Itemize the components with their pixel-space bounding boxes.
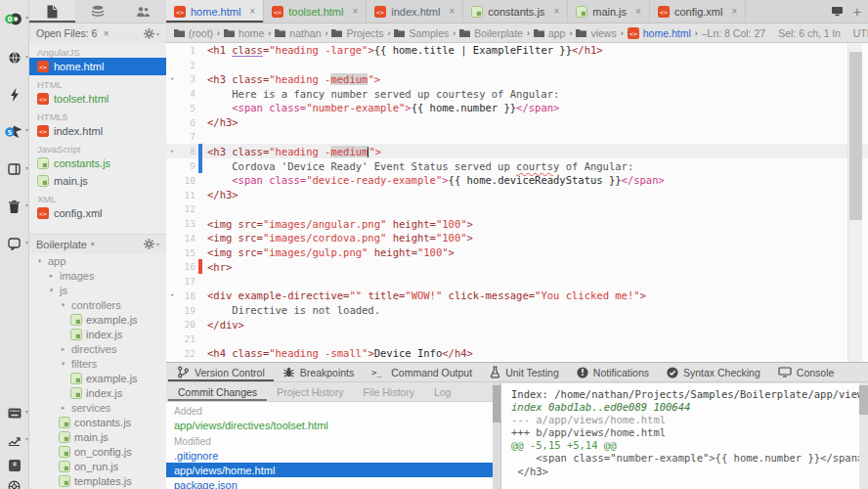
close-icon[interactable]: × <box>249 6 255 17</box>
line-number[interactable]: 7 <box>178 131 195 142</box>
open-file-item[interactable]: <>toolset.html <box>29 90 166 108</box>
tree-item-on_run.js[interactable]: on_run.js <box>29 459 166 473</box>
rail-trash-button[interactable]: ▾ <box>0 194 28 219</box>
open-file-item[interactable]: main.js <box>29 172 166 190</box>
open-file-item[interactable]: <>home.html <box>29 58 166 75</box>
diff-scrollbar[interactable] <box>859 383 868 489</box>
commit-file-row[interactable]: package.json <box>166 477 500 489</box>
rail-keyboard-button[interactable]: ▾ <box>0 400 28 425</box>
code-editor[interactable]: 1<h1 class="heading -large">{{ home.titl… <box>166 43 868 362</box>
open-file-item[interactable]: constants.js <box>29 155 166 172</box>
sidebar-tab-database[interactable] <box>75 0 121 22</box>
line-number[interactable]: 2 <box>178 60 195 70</box>
panel-tab-version-control[interactable]: Version Control <box>168 363 274 381</box>
tree-item-main.js[interactable]: main.js <box>29 429 166 444</box>
panel-tab-notifications[interactable]: !Notifications <box>568 363 658 381</box>
code-line-18[interactable]: ▾18<div example-directive="" title="WOW!… <box>166 289 868 303</box>
code-line-17[interactable]: 17 <box>166 274 868 289</box>
line-number[interactable]: 20 <box>178 319 195 330</box>
code-line-10[interactable]: 10 <span class="device-ready-example">{{… <box>166 173 868 188</box>
tree-item-index.js[interactable]: index.js <box>29 327 166 341</box>
code-line-2[interactable]: 2 <box>166 58 868 72</box>
close-icon[interactable]: × <box>553 6 559 17</box>
line-number[interactable]: 21 <box>178 333 195 344</box>
panel-tab-unit-testing[interactable]: Unit Testing <box>481 363 568 381</box>
open-files-gear-button[interactable]: ▾ <box>144 28 159 39</box>
commit-file-row[interactable]: app/views/directives/toolset.html <box>166 418 500 432</box>
breadcrumb-folder[interactable]: Boilerplate <box>459 27 523 39</box>
code-line-9[interactable]: 9 Cordova 'Device Ready' Event Status se… <box>166 158 868 173</box>
line-number[interactable]: 5 <box>178 103 195 113</box>
tree-item-example.js[interactable]: example.js <box>29 371 166 385</box>
close-icon[interactable]: × <box>103 27 108 39</box>
tab-toolset.html[interactable]: <>toolset.html× <box>264 0 367 22</box>
code-line-3[interactable]: ▾3<h3 class="heading -medium"> <box>166 72 868 87</box>
preview-toggle-icon[interactable] <box>831 3 844 21</box>
line-number[interactable]: 22 <box>178 348 195 359</box>
breadcrumb-folder[interactable]: views <box>576 27 616 39</box>
code-line-8[interactable]: ▾8<h3 class="heading -medium"> <box>166 144 868 158</box>
line-number[interactable]: 9 <box>178 160 195 171</box>
breadcrumb-folder[interactable]: app <box>534 27 566 39</box>
line-number[interactable]: 3 <box>178 73 195 84</box>
close-icon[interactable]: × <box>635 6 641 17</box>
tree-item-on_config.js[interactable]: on_config.js <box>29 444 166 459</box>
line-number[interactable]: 17 <box>178 276 195 287</box>
breadcrumb-folder[interactable]: home <box>224 27 264 39</box>
tree-item-services[interactable]: ▸services <box>29 400 166 415</box>
open-file-item[interactable]: <>config.xml <box>29 204 166 222</box>
close-icon[interactable]: × <box>731 6 737 17</box>
subtab-log[interactable]: Log <box>424 383 461 401</box>
sidebar-tab-files[interactable] <box>29 0 75 22</box>
code-line-11[interactable]: 11</h3> <box>166 188 868 202</box>
commit-file-row[interactable]: .gitignore <box>166 448 500 463</box>
code-line-15[interactable]: 15<img src="images/gulp.png" height="100… <box>166 245 868 260</box>
rail-settings-button[interactable] <box>0 473 28 489</box>
code-line-20[interactable]: 20</div> <box>166 318 868 333</box>
tree-item-constants.js[interactable]: constants.js <box>29 415 166 429</box>
subtab-project-history[interactable]: Project History <box>267 383 353 401</box>
line-number[interactable]: 19 <box>178 305 195 316</box>
tab-home.html[interactable]: <>home.html× <box>166 0 264 22</box>
code-line-22[interactable]: 22<h4 class="heading -small">Device Info… <box>166 346 868 361</box>
line-number[interactable]: 8 <box>178 146 195 156</box>
code-line-5[interactable]: 5 <span class="number-example">{{ home.n… <box>166 101 868 115</box>
line-number[interactable]: 15 <box>178 247 195 258</box>
tab-constants.js[interactable]: constants.js× <box>463 0 568 22</box>
tree-item-example.js[interactable]: example.js <box>29 312 166 327</box>
project-header[interactable]: Boilerplate ▾ ▾ <box>29 234 166 253</box>
tree-item-images[interactable]: ▸images <box>29 268 166 283</box>
line-number[interactable]: 18 <box>178 290 195 301</box>
line-number[interactable]: 11 <box>178 190 195 200</box>
commit-list-scrollbar[interactable] <box>493 383 500 489</box>
panel-tab-console[interactable]: Console <box>769 363 844 381</box>
tree-item-directives[interactable]: ▸directives <box>29 341 166 356</box>
code-line-7[interactable]: 7 <box>166 130 868 145</box>
encoding-select[interactable]: UTF-8▾ <box>853 27 868 39</box>
subtab-commit-changes[interactable]: Commit Changes <box>168 383 267 401</box>
scrollbar-thumb[interactable] <box>849 52 862 220</box>
code-line-14[interactable]: 14<img src="images/cordova.png" height="… <box>166 231 868 245</box>
line-number[interactable]: 13 <box>178 218 195 229</box>
line-number[interactable]: 6 <box>178 117 195 128</box>
close-icon[interactable]: × <box>352 6 358 17</box>
panel-tab-syntax-checking[interactable]: Syntax Checking <box>658 363 769 381</box>
tree-item-controllers[interactable]: ▾controllers <box>29 297 166 312</box>
line-number[interactable]: 16 <box>178 261 195 272</box>
tab-config.xml[interactable]: <>config.xml× <box>650 0 746 22</box>
code-line-13[interactable]: 13<img src="images/angular.png" height="… <box>166 216 868 231</box>
tree-item-app[interactable]: ▾app <box>29 253 166 268</box>
rail-layout-button[interactable]: ▾ <box>0 156 28 182</box>
new-tab-button[interactable]: + <box>853 5 861 19</box>
rail-chart-button[interactable]: ▾ <box>0 427 28 453</box>
editor-scrollbar[interactable] <box>847 43 862 362</box>
code-line-12[interactable]: 12 <box>166 201 868 216</box>
project-gear-button[interactable]: ▾ <box>144 239 159 249</box>
tab-main.js[interactable]: main.js× <box>568 0 650 22</box>
tree-item-index.js[interactable]: index.js <box>29 385 166 400</box>
code-line-16[interactable]: 16<hr> <box>166 259 868 274</box>
breadcrumb-folder[interactable]: nathan <box>275 27 321 39</box>
open-file-item[interactable]: <>index.html <box>29 122 166 140</box>
subtab-file-history[interactable]: File History <box>353 383 424 401</box>
breadcrumb-folder[interactable]: Samples <box>394 27 449 39</box>
